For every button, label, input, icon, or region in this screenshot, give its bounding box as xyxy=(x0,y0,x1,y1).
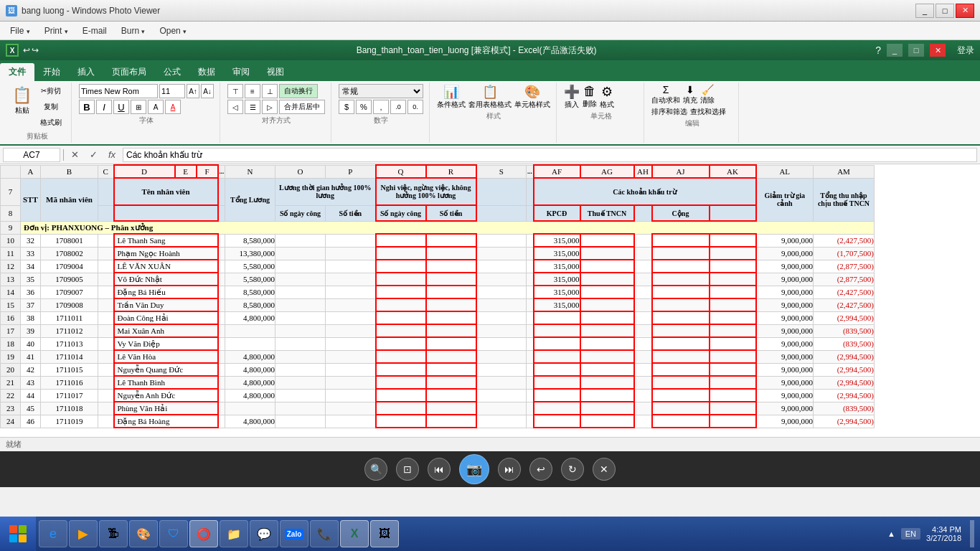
sort-filter-btn[interactable]: 排序和筛选 xyxy=(651,107,687,117)
font-name-input[interactable] xyxy=(79,84,158,98)
align-middle-btn[interactable]: ≡ xyxy=(245,84,260,98)
format-btn[interactable]: 格式 xyxy=(600,100,614,110)
cell-s7[interactable] xyxy=(476,178,527,205)
cell-ah10[interactable] xyxy=(634,234,652,247)
taskbar-paint[interactable]: 🎨 xyxy=(129,520,158,547)
increase-dec-btn[interactable]: .0 xyxy=(390,100,406,114)
menu-print[interactable]: Print ▾ xyxy=(37,24,75,38)
cell-c7[interactable] xyxy=(98,178,114,205)
cell-q10[interactable] xyxy=(376,234,426,247)
cell-b11[interactable]: 1708002 xyxy=(41,247,98,260)
cell-al7[interactable]: Giảm trừ gia cảnh xyxy=(756,178,814,221)
cell-ah8[interactable] xyxy=(634,205,652,221)
cell-aj10[interactable] xyxy=(652,234,710,247)
cell-s8[interactable] xyxy=(476,205,527,221)
cell-a7[interactable]: STT xyxy=(21,178,41,221)
taskbar-360[interactable]: ⭕ xyxy=(189,520,218,547)
cell-ak8[interactable] xyxy=(710,205,756,221)
menu-open[interactable]: Open ▾ xyxy=(152,24,194,38)
excel-login[interactable]: 登录 xyxy=(957,44,974,57)
col-header-af[interactable]: AF xyxy=(534,165,580,178)
merge-center-btn[interactable]: 合并后居中 xyxy=(279,100,325,114)
slideshow-btn[interactable]: 📷 xyxy=(459,454,489,484)
formula-fx-btn[interactable]: fx xyxy=(104,148,120,162)
col-header-e[interactable]: E xyxy=(175,165,197,178)
number-format-select[interactable]: 常规 xyxy=(339,84,423,98)
copy-btn[interactable]: 复制 xyxy=(37,100,65,114)
bold-btn[interactable]: B xyxy=(79,100,95,114)
close-button[interactable]: ✕ xyxy=(956,4,974,18)
cell-c8[interactable] xyxy=(98,205,114,221)
font-color-btn[interactable]: A xyxy=(165,100,181,114)
wrap-text-btn[interactable]: 自动换行 xyxy=(279,84,318,98)
paste-btn[interactable]: 📋 粘贴 xyxy=(9,84,35,118)
align-left-btn[interactable]: ◁ xyxy=(227,100,243,114)
search-zoom-btn[interactable]: 🔍 xyxy=(364,458,387,481)
cell-def11[interactable]: Phạm Ngọc Hoành xyxy=(114,247,218,260)
tab-formula[interactable]: 公式 xyxy=(155,63,189,81)
taskbar-winrar[interactable]: 🗜 xyxy=(99,520,128,547)
cell-a11[interactable]: 33 xyxy=(21,247,41,260)
tab-view[interactable]: 视图 xyxy=(258,63,293,81)
col-header-c[interactable]: C xyxy=(98,165,114,178)
cell-am7[interactable]: Tổng thu nhập chịu thuế TNCN xyxy=(814,178,875,221)
table-style-btn[interactable]: 套用表格格式 xyxy=(468,100,512,110)
col-header-q[interactable]: Q xyxy=(376,165,426,178)
sum-btn[interactable]: 自动求和 xyxy=(651,95,680,105)
tab-home[interactable]: 开始 xyxy=(34,63,69,81)
cell-af11[interactable]: 315,000 xyxy=(534,247,580,260)
cell-a9[interactable]: Đơn vị: PHANXUONG – Phân xưởng xyxy=(21,221,875,234)
cell-am11[interactable]: (1,707,500) xyxy=(814,247,875,260)
tab-insert[interactable]: 插入 xyxy=(69,63,103,81)
col-header-aj[interactable]: AJ xyxy=(652,165,710,178)
cell-p10[interactable] xyxy=(326,234,376,247)
formula-input[interactable] xyxy=(123,148,977,162)
cell-q7[interactable]: Nghi việc, ngừng việc, không hưởng 100% … xyxy=(376,178,476,205)
dollar-btn[interactable]: % xyxy=(356,100,372,114)
cell-b7[interactable]: Mã nhân viên xyxy=(41,178,98,221)
align-right-btn[interactable]: ▷ xyxy=(262,100,278,114)
excel-help[interactable]: ? xyxy=(875,44,881,56)
minimize-button[interactable]: _ xyxy=(915,4,934,18)
excel-undo[interactable]: ↩ xyxy=(23,45,30,55)
taskbar-zalo[interactable]: Zalo xyxy=(280,520,308,547)
tab-data[interactable]: 数据 xyxy=(189,63,224,81)
col-header-d[interactable]: D xyxy=(114,165,175,178)
cell-c10[interactable] xyxy=(98,234,114,247)
col-header-r[interactable]: R xyxy=(426,165,476,178)
excel-max[interactable]: □ xyxy=(908,44,924,57)
cell-c11[interactable] xyxy=(98,247,114,260)
cond-format-btn[interactable]: 条件格式 xyxy=(437,100,466,110)
taskbar-ie[interactable]: e xyxy=(39,520,67,547)
taskbar-skype[interactable]: 📞 xyxy=(310,520,339,547)
next-btn[interactable]: ⏭ xyxy=(498,458,521,481)
col-header-a[interactable]: A xyxy=(21,165,41,178)
col-header-s[interactable]: S xyxy=(476,165,527,178)
fill-color-btn[interactable]: A xyxy=(148,100,164,114)
rotate-left-btn[interactable]: ↩ xyxy=(529,458,552,481)
cell-ag8[interactable]: Thuế TNCN xyxy=(580,205,634,221)
col-header-p[interactable]: P xyxy=(326,165,376,178)
delete-btn[interactable]: 删除 xyxy=(583,99,597,109)
col-header-o[interactable]: O xyxy=(275,165,326,178)
align-center-btn[interactable]: ☰ xyxy=(245,100,260,114)
cell-s10[interactable] xyxy=(476,234,527,247)
col-header-f[interactable]: F xyxy=(197,165,218,178)
cell-d7[interactable]: Tên nhân viên xyxy=(114,178,218,205)
taskbar-s360[interactable]: 🛡 xyxy=(159,520,188,547)
formula-confirm-btn[interactable]: ✓ xyxy=(85,148,101,162)
tab-page-layout[interactable]: 页面布局 xyxy=(103,63,155,81)
tab-review[interactable]: 审阅 xyxy=(224,63,258,81)
cell-d10[interactable]: Lê Thanh Sang xyxy=(114,234,218,247)
cell-al10[interactable]: 9,000,000 xyxy=(756,234,814,247)
col-header-al[interactable]: AL xyxy=(756,165,814,178)
cell-d8[interactable] xyxy=(114,205,218,221)
col-header-am[interactable]: AM xyxy=(814,165,875,178)
excel-min[interactable]: _ xyxy=(887,44,903,57)
insert-btn[interactable]: 插入 xyxy=(565,100,579,110)
cell-am10[interactable]: (2,427,500) xyxy=(814,234,875,247)
start-button[interactable] xyxy=(0,517,36,551)
menu-email[interactable]: E-mail xyxy=(75,24,114,38)
cell-af8[interactable]: KPCĐ xyxy=(534,205,580,221)
cut-btn[interactable]: ✂剪切 xyxy=(37,84,65,98)
